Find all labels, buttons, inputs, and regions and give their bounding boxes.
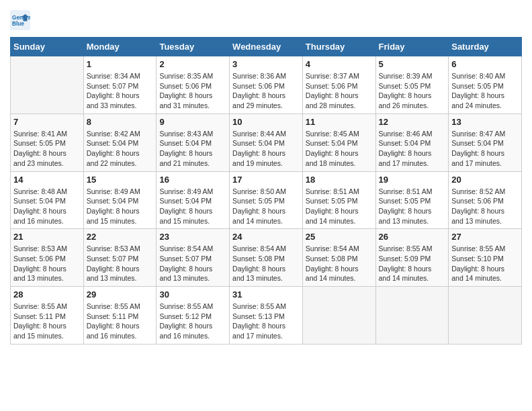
day-info: Sunrise: 8:54 AMSunset: 5:08 PMDaylight:…: [306, 244, 373, 283]
day-number: 9: [159, 117, 226, 127]
logo-icon: General Blue: [10, 10, 30, 30]
calendar-week-row: 14Sunrise: 8:48 AMSunset: 5:04 PMDayligh…: [11, 171, 522, 229]
day-info: Sunrise: 8:37 AMSunset: 5:06 PMDaylight:…: [306, 71, 373, 111]
day-number: 27: [451, 232, 519, 242]
day-info: Sunrise: 8:55 AMSunset: 5:10 PMDaylight:…: [451, 244, 519, 283]
day-info: Sunrise: 8:49 AMSunset: 5:04 PMDaylight:…: [87, 187, 154, 226]
day-info: Sunrise: 8:49 AMSunset: 5:04 PMDaylight:…: [159, 187, 226, 226]
day-number: 18: [306, 175, 373, 185]
calendar-day-cell: 15Sunrise: 8:49 AMSunset: 5:04 PMDayligh…: [83, 171, 157, 229]
day-number: 12: [379, 117, 446, 127]
calendar-week-row: 21Sunrise: 8:53 AMSunset: 5:06 PMDayligh…: [11, 229, 522, 287]
calendar-day-cell: 7Sunrise: 8:41 AMSunset: 5:05 PMDaylight…: [11, 113, 84, 171]
calendar-day-cell: 5Sunrise: 8:39 AMSunset: 5:05 PMDaylight…: [375, 56, 449, 114]
day-number: 20: [451, 175, 519, 185]
day-number: 2: [159, 59, 226, 69]
day-number: 1: [87, 59, 154, 69]
calendar-day-cell: [11, 56, 84, 114]
weekday-header-row: SundayMondayTuesdayWednesdayThursdayFrid…: [11, 38, 522, 56]
day-number: 22: [87, 232, 154, 242]
calendar-day-cell: 12Sunrise: 8:46 AMSunset: 5:04 PMDayligh…: [375, 113, 449, 171]
calendar-day-cell: 1Sunrise: 8:34 AMSunset: 5:07 PMDaylight…: [83, 56, 157, 114]
calendar-day-cell: 23Sunrise: 8:54 AMSunset: 5:07 PMDayligh…: [157, 229, 230, 287]
day-info: Sunrise: 8:34 AMSunset: 5:07 PMDaylight:…: [87, 71, 154, 111]
day-info: Sunrise: 8:55 AMSunset: 5:11 PMDaylight:…: [13, 302, 81, 341]
calendar-day-cell: 11Sunrise: 8:45 AMSunset: 5:04 PMDayligh…: [302, 113, 375, 171]
calendar-week-row: 28Sunrise: 8:55 AMSunset: 5:11 PMDayligh…: [11, 287, 522, 345]
day-number: 5: [379, 59, 446, 69]
day-info: Sunrise: 8:54 AMSunset: 5:08 PMDaylight:…: [232, 244, 300, 283]
calendar-day-cell: 27Sunrise: 8:55 AMSunset: 5:10 PMDayligh…: [449, 229, 522, 287]
weekday-header-cell: Tuesday: [157, 38, 230, 56]
calendar-day-cell: 19Sunrise: 8:51 AMSunset: 5:05 PMDayligh…: [375, 171, 449, 229]
day-info: Sunrise: 8:42 AMSunset: 5:04 PMDaylight:…: [87, 129, 154, 169]
calendar-day-cell: 8Sunrise: 8:42 AMSunset: 5:04 PMDaylight…: [83, 113, 157, 171]
weekday-header-cell: Sunday: [11, 38, 84, 56]
calendar-day-cell: 24Sunrise: 8:54 AMSunset: 5:08 PMDayligh…: [230, 229, 303, 287]
day-number: 26: [379, 232, 446, 242]
day-info: Sunrise: 8:51 AMSunset: 5:05 PMDaylight:…: [306, 187, 373, 226]
weekday-header-cell: Monday: [83, 38, 157, 56]
calendar-day-cell: 31Sunrise: 8:55 AMSunset: 5:13 PMDayligh…: [230, 287, 303, 345]
calendar-day-cell: 10Sunrise: 8:44 AMSunset: 5:04 PMDayligh…: [230, 113, 303, 171]
day-info: Sunrise: 8:50 AMSunset: 5:05 PMDaylight:…: [232, 187, 300, 226]
day-info: Sunrise: 8:55 AMSunset: 5:09 PMDaylight:…: [379, 244, 446, 283]
day-info: Sunrise: 8:35 AMSunset: 5:06 PMDaylight:…: [159, 71, 226, 111]
calendar-week-row: 1Sunrise: 8:34 AMSunset: 5:07 PMDaylight…: [11, 56, 522, 114]
page-header: General Blue: [10, 10, 522, 30]
day-info: Sunrise: 8:52 AMSunset: 5:06 PMDaylight:…: [451, 187, 519, 226]
calendar-table: SundayMondayTuesdayWednesdayThursdayFrid…: [10, 37, 522, 345]
calendar-week-row: 7Sunrise: 8:41 AMSunset: 5:05 PMDaylight…: [11, 113, 522, 171]
day-info: Sunrise: 8:40 AMSunset: 5:05 PMDaylight:…: [451, 71, 519, 111]
calendar-day-cell: 30Sunrise: 8:55 AMSunset: 5:12 PMDayligh…: [157, 287, 230, 345]
day-number: 14: [13, 175, 81, 185]
calendar-day-cell: 29Sunrise: 8:55 AMSunset: 5:11 PMDayligh…: [83, 287, 157, 345]
day-info: Sunrise: 8:55 AMSunset: 5:12 PMDaylight:…: [159, 302, 226, 341]
day-info: Sunrise: 8:51 AMSunset: 5:05 PMDaylight:…: [379, 187, 446, 226]
day-number: 28: [13, 289, 81, 300]
calendar-day-cell: 17Sunrise: 8:50 AMSunset: 5:05 PMDayligh…: [230, 171, 303, 229]
day-info: Sunrise: 8:41 AMSunset: 5:05 PMDaylight:…: [13, 129, 81, 169]
calendar-body: 1Sunrise: 8:34 AMSunset: 5:07 PMDaylight…: [11, 56, 522, 345]
calendar-day-cell: 22Sunrise: 8:53 AMSunset: 5:07 PMDayligh…: [83, 229, 157, 287]
weekday-header-cell: Saturday: [449, 38, 522, 56]
calendar-day-cell: 9Sunrise: 8:43 AMSunset: 5:04 PMDaylight…: [157, 113, 230, 171]
day-info: Sunrise: 8:46 AMSunset: 5:04 PMDaylight:…: [379, 129, 446, 169]
day-number: 21: [13, 232, 81, 242]
svg-text:Blue: Blue: [12, 21, 24, 27]
day-number: 13: [451, 117, 519, 127]
svg-text:General: General: [12, 15, 30, 21]
calendar-day-cell: 13Sunrise: 8:47 AMSunset: 5:04 PMDayligh…: [449, 113, 522, 171]
day-info: Sunrise: 8:45 AMSunset: 5:04 PMDaylight:…: [306, 129, 373, 169]
calendar-day-cell: 25Sunrise: 8:54 AMSunset: 5:08 PMDayligh…: [302, 229, 375, 287]
day-number: 16: [159, 175, 226, 185]
day-number: 23: [159, 232, 226, 242]
weekday-header-cell: Thursday: [302, 38, 375, 56]
calendar-day-cell: [375, 287, 449, 345]
day-info: Sunrise: 8:44 AMSunset: 5:04 PMDaylight:…: [232, 129, 300, 169]
day-number: 3: [232, 59, 300, 69]
calendar-day-cell: 20Sunrise: 8:52 AMSunset: 5:06 PMDayligh…: [449, 171, 522, 229]
day-info: Sunrise: 8:47 AMSunset: 5:04 PMDaylight:…: [451, 129, 519, 169]
day-number: 4: [306, 59, 373, 69]
calendar-day-cell: [449, 287, 522, 345]
day-number: 25: [306, 232, 373, 242]
day-info: Sunrise: 8:55 AMSunset: 5:11 PMDaylight:…: [87, 302, 154, 341]
calendar-day-cell: 21Sunrise: 8:53 AMSunset: 5:06 PMDayligh…: [11, 229, 84, 287]
calendar-day-cell: 6Sunrise: 8:40 AMSunset: 5:05 PMDaylight…: [449, 56, 522, 114]
day-number: 29: [87, 289, 154, 300]
day-number: 17: [232, 175, 300, 185]
calendar-day-cell: 26Sunrise: 8:55 AMSunset: 5:09 PMDayligh…: [375, 229, 449, 287]
calendar-day-cell: 28Sunrise: 8:55 AMSunset: 5:11 PMDayligh…: [11, 287, 84, 345]
calendar-day-cell: 2Sunrise: 8:35 AMSunset: 5:06 PMDaylight…: [157, 56, 230, 114]
day-number: 6: [451, 59, 519, 69]
calendar-day-cell: 18Sunrise: 8:51 AMSunset: 5:05 PMDayligh…: [302, 171, 375, 229]
day-info: Sunrise: 8:53 AMSunset: 5:07 PMDaylight:…: [87, 244, 154, 283]
day-info: Sunrise: 8:43 AMSunset: 5:04 PMDaylight:…: [159, 129, 226, 169]
day-number: 7: [13, 117, 81, 127]
day-info: Sunrise: 8:55 AMSunset: 5:13 PMDaylight:…: [232, 302, 300, 341]
day-number: 31: [232, 289, 300, 300]
calendar-day-cell: 4Sunrise: 8:37 AMSunset: 5:06 PMDaylight…: [302, 56, 375, 114]
day-number: 8: [87, 117, 154, 127]
day-number: 30: [159, 289, 226, 300]
